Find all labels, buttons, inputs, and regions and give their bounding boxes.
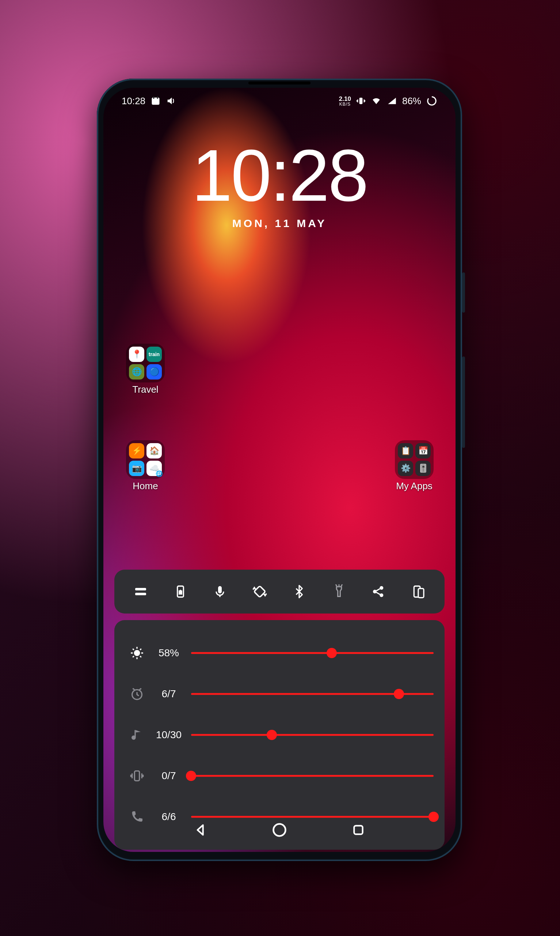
media-slider[interactable] [191,727,434,743]
folder-my-apps[interactable]: 📋 📅 ⚙️ 🎚️ My Apps [395,440,434,479]
flashlight-icon[interactable] [329,582,349,601]
media-value: 10/30 [149,729,189,741]
status-bar: 10:28 2.10 KB/S [103,88,455,114]
navigation-bar [103,808,455,852]
folder-home[interactable]: ⚡ 🏠 📷 ☁️🌐 Home [126,440,165,479]
folder-travel[interactable]: 📍 train 🌐 🔵 Travel [126,344,165,382]
volume-icon [166,96,176,106]
svg-rect-3 [360,98,363,104]
nav-back-button[interactable] [190,820,211,840]
quick-settings-bar [114,570,445,614]
svg-rect-17 [134,771,139,781]
media-row: 10/30 [125,714,434,756]
alarm-icon [125,687,149,701]
multi-device-icon[interactable] [408,582,428,601]
ring-value: 0/7 [149,770,189,782]
status-time: 10:28 [122,96,145,107]
folder-label: Home [132,480,158,492]
brightness-row: 58% [125,632,434,674]
rotation-lock-icon[interactable] [171,582,190,601]
svg-rect-9 [254,586,265,597]
brightness-slider[interactable] [191,645,434,661]
svg-point-18 [274,824,286,836]
battery-ring-icon [426,96,437,106]
phone-body: 10:28 2.10 KB/S [97,79,462,861]
clock-widget[interactable]: 10:28 MON, 11 MAY [103,139,455,230]
svg-point-4 [428,97,436,105]
wifi-icon [371,96,382,106]
auto-rotate-icon[interactable] [250,582,269,601]
svg-rect-1 [153,97,154,99]
nav-home-button[interactable] [269,820,290,840]
alarm-row: 6/7 [125,674,434,714]
vibrate-icon [356,96,366,106]
clock-time: 10:28 [103,139,455,212]
svg-rect-19 [354,826,362,834]
svg-rect-6 [135,593,146,595]
brightness-value: 58% [149,647,189,659]
ring-slider[interactable] [191,768,434,784]
svg-rect-8 [218,586,222,594]
folder-label: Travel [132,384,158,395]
ring-row: 0/7 [125,756,434,796]
battery-text: 86% [402,96,421,107]
mic-icon[interactable] [210,582,230,601]
brightness-icon [125,646,149,660]
clock-date: MON, 11 MAY [103,217,455,230]
data-rate: 2.10 KB/S [339,96,351,106]
phone-screen: 10:28 2.10 KB/S [103,88,455,852]
bluetooth-icon[interactable] [289,582,309,601]
music-note-icon [125,728,149,742]
alarm-value: 6/7 [149,688,189,700]
folder-label: My Apps [396,480,432,492]
svg-rect-14 [418,589,424,598]
signal-icon [387,96,397,106]
svg-rect-0 [152,98,160,105]
svg-rect-5 [135,588,146,591]
vibrate-phone-icon [125,768,149,783]
nav-recents-button[interactable] [348,820,369,840]
calendar-notification-icon [151,96,161,106]
share-icon[interactable] [369,582,388,601]
tile-menu-icon[interactable] [131,582,151,601]
svg-point-15 [134,651,139,655]
svg-rect-2 [157,97,158,99]
alarm-slider[interactable] [191,686,434,702]
